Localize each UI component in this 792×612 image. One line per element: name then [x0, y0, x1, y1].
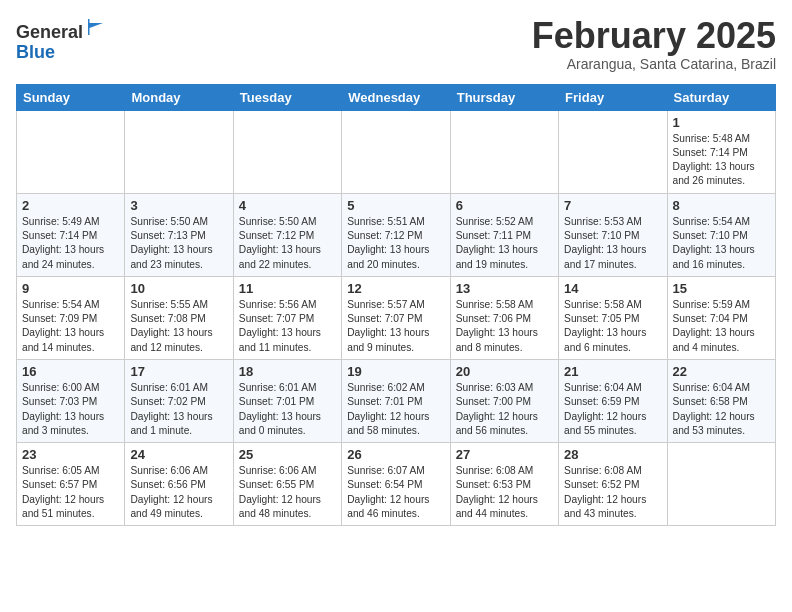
calendar-cell: 10Sunrise: 5:55 AM Sunset: 7:08 PM Dayli… [125, 276, 233, 359]
day-number: 21 [564, 364, 661, 379]
weekday-header-saturday: Saturday [667, 84, 775, 110]
calendar-cell: 6Sunrise: 5:52 AM Sunset: 7:11 PM Daylig… [450, 193, 558, 276]
day-info: Sunrise: 5:50 AM Sunset: 7:12 PM Dayligh… [239, 215, 336, 272]
svg-marker-0 [88, 19, 103, 35]
weekday-header-wednesday: Wednesday [342, 84, 450, 110]
calendar-cell: 8Sunrise: 5:54 AM Sunset: 7:10 PM Daylig… [667, 193, 775, 276]
weekday-header-tuesday: Tuesday [233, 84, 341, 110]
day-info: Sunrise: 5:54 AM Sunset: 7:10 PM Dayligh… [673, 215, 770, 272]
calendar-week-row: 2Sunrise: 5:49 AM Sunset: 7:14 PM Daylig… [17, 193, 776, 276]
day-number: 6 [456, 198, 553, 213]
calendar-cell: 7Sunrise: 5:53 AM Sunset: 7:10 PM Daylig… [559, 193, 667, 276]
day-info: Sunrise: 5:49 AM Sunset: 7:14 PM Dayligh… [22, 215, 119, 272]
page-header: General Blue February 2025 Ararangua, Sa… [16, 16, 776, 72]
location-text: Ararangua, Santa Catarina, Brazil [532, 56, 776, 72]
day-info: Sunrise: 5:53 AM Sunset: 7:10 PM Dayligh… [564, 215, 661, 272]
day-info: Sunrise: 6:08 AM Sunset: 6:52 PM Dayligh… [564, 464, 661, 521]
day-number: 13 [456, 281, 553, 296]
day-number: 14 [564, 281, 661, 296]
calendar-cell [559, 110, 667, 193]
day-number: 15 [673, 281, 770, 296]
day-number: 27 [456, 447, 553, 462]
calendar-cell [342, 110, 450, 193]
day-number: 11 [239, 281, 336, 296]
day-number: 19 [347, 364, 444, 379]
day-number: 20 [456, 364, 553, 379]
calendar-cell: 25Sunrise: 6:06 AM Sunset: 6:55 PM Dayli… [233, 443, 341, 526]
day-info: Sunrise: 5:57 AM Sunset: 7:07 PM Dayligh… [347, 298, 444, 355]
day-number: 24 [130, 447, 227, 462]
calendar-week-row: 1Sunrise: 5:48 AM Sunset: 7:14 PM Daylig… [17, 110, 776, 193]
calendar-cell: 12Sunrise: 5:57 AM Sunset: 7:07 PM Dayli… [342, 276, 450, 359]
day-number: 9 [22, 281, 119, 296]
calendar-cell: 22Sunrise: 6:04 AM Sunset: 6:58 PM Dayli… [667, 359, 775, 442]
day-number: 7 [564, 198, 661, 213]
logo-general-text: General [16, 22, 83, 42]
day-info: Sunrise: 5:51 AM Sunset: 7:12 PM Dayligh… [347, 215, 444, 272]
calendar-week-row: 23Sunrise: 6:05 AM Sunset: 6:57 PM Dayli… [17, 443, 776, 526]
day-number: 4 [239, 198, 336, 213]
calendar-table: SundayMondayTuesdayWednesdayThursdayFrid… [16, 84, 776, 527]
day-info: Sunrise: 5:55 AM Sunset: 7:08 PM Dayligh… [130, 298, 227, 355]
calendar-cell: 19Sunrise: 6:02 AM Sunset: 7:01 PM Dayli… [342, 359, 450, 442]
calendar-cell: 9Sunrise: 5:54 AM Sunset: 7:09 PM Daylig… [17, 276, 125, 359]
day-info: Sunrise: 6:04 AM Sunset: 6:59 PM Dayligh… [564, 381, 661, 438]
day-info: Sunrise: 6:06 AM Sunset: 6:56 PM Dayligh… [130, 464, 227, 521]
day-number: 2 [22, 198, 119, 213]
calendar-cell: 11Sunrise: 5:56 AM Sunset: 7:07 PM Dayli… [233, 276, 341, 359]
day-info: Sunrise: 5:58 AM Sunset: 7:05 PM Dayligh… [564, 298, 661, 355]
day-number: 26 [347, 447, 444, 462]
day-info: Sunrise: 6:02 AM Sunset: 7:01 PM Dayligh… [347, 381, 444, 438]
day-info: Sunrise: 5:52 AM Sunset: 7:11 PM Dayligh… [456, 215, 553, 272]
day-number: 5 [347, 198, 444, 213]
day-info: Sunrise: 6:03 AM Sunset: 7:00 PM Dayligh… [456, 381, 553, 438]
calendar-cell: 21Sunrise: 6:04 AM Sunset: 6:59 PM Dayli… [559, 359, 667, 442]
weekday-header-sunday: Sunday [17, 84, 125, 110]
weekday-header-row: SundayMondayTuesdayWednesdayThursdayFrid… [17, 84, 776, 110]
day-number: 23 [22, 447, 119, 462]
calendar-cell: 23Sunrise: 6:05 AM Sunset: 6:57 PM Dayli… [17, 443, 125, 526]
day-number: 3 [130, 198, 227, 213]
day-number: 12 [347, 281, 444, 296]
day-info: Sunrise: 6:08 AM Sunset: 6:53 PM Dayligh… [456, 464, 553, 521]
weekday-header-thursday: Thursday [450, 84, 558, 110]
day-number: 16 [22, 364, 119, 379]
calendar-cell: 4Sunrise: 5:50 AM Sunset: 7:12 PM Daylig… [233, 193, 341, 276]
weekday-header-monday: Monday [125, 84, 233, 110]
day-number: 1 [673, 115, 770, 130]
calendar-week-row: 9Sunrise: 5:54 AM Sunset: 7:09 PM Daylig… [17, 276, 776, 359]
day-info: Sunrise: 6:07 AM Sunset: 6:54 PM Dayligh… [347, 464, 444, 521]
day-info: Sunrise: 6:06 AM Sunset: 6:55 PM Dayligh… [239, 464, 336, 521]
day-number: 25 [239, 447, 336, 462]
title-block: February 2025 Ararangua, Santa Catarina,… [532, 16, 776, 72]
day-info: Sunrise: 6:01 AM Sunset: 7:01 PM Dayligh… [239, 381, 336, 438]
calendar-cell: 28Sunrise: 6:08 AM Sunset: 6:52 PM Dayli… [559, 443, 667, 526]
calendar-cell: 1Sunrise: 5:48 AM Sunset: 7:14 PM Daylig… [667, 110, 775, 193]
calendar-cell [667, 443, 775, 526]
logo-flag-icon [85, 16, 107, 38]
day-number: 10 [130, 281, 227, 296]
calendar-cell: 15Sunrise: 5:59 AM Sunset: 7:04 PM Dayli… [667, 276, 775, 359]
day-info: Sunrise: 6:00 AM Sunset: 7:03 PM Dayligh… [22, 381, 119, 438]
calendar-cell: 16Sunrise: 6:00 AM Sunset: 7:03 PM Dayli… [17, 359, 125, 442]
weekday-header-friday: Friday [559, 84, 667, 110]
day-number: 28 [564, 447, 661, 462]
day-info: Sunrise: 5:56 AM Sunset: 7:07 PM Dayligh… [239, 298, 336, 355]
calendar-cell: 13Sunrise: 5:58 AM Sunset: 7:06 PM Dayli… [450, 276, 558, 359]
day-number: 8 [673, 198, 770, 213]
month-title: February 2025 [532, 16, 776, 56]
calendar-cell: 24Sunrise: 6:06 AM Sunset: 6:56 PM Dayli… [125, 443, 233, 526]
calendar-cell [17, 110, 125, 193]
day-number: 22 [673, 364, 770, 379]
calendar-cell [125, 110, 233, 193]
day-info: Sunrise: 5:50 AM Sunset: 7:13 PM Dayligh… [130, 215, 227, 272]
calendar-week-row: 16Sunrise: 6:00 AM Sunset: 7:03 PM Dayli… [17, 359, 776, 442]
calendar-cell: 18Sunrise: 6:01 AM Sunset: 7:01 PM Dayli… [233, 359, 341, 442]
calendar-cell: 20Sunrise: 6:03 AM Sunset: 7:00 PM Dayli… [450, 359, 558, 442]
day-info: Sunrise: 6:04 AM Sunset: 6:58 PM Dayligh… [673, 381, 770, 438]
day-info: Sunrise: 5:54 AM Sunset: 7:09 PM Dayligh… [22, 298, 119, 355]
calendar-cell [450, 110, 558, 193]
day-info: Sunrise: 6:01 AM Sunset: 7:02 PM Dayligh… [130, 381, 227, 438]
day-number: 18 [239, 364, 336, 379]
calendar-cell: 2Sunrise: 5:49 AM Sunset: 7:14 PM Daylig… [17, 193, 125, 276]
